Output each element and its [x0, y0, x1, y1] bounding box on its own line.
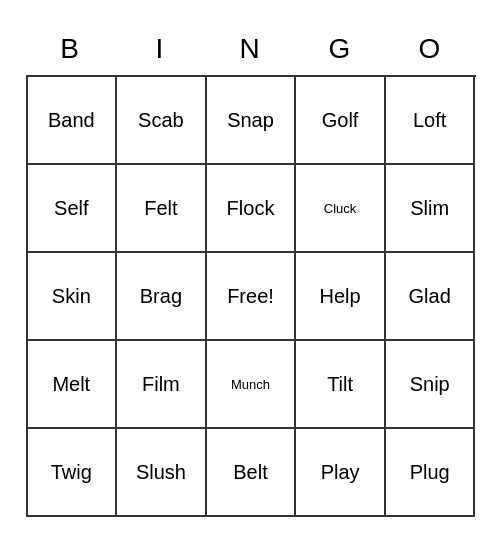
bingo-header: BINGO [26, 27, 476, 71]
bingo-cell: Belt [207, 429, 297, 517]
bingo-cell: Film [117, 341, 207, 429]
bingo-cell: Band [28, 77, 118, 165]
bingo-cell: Slim [386, 165, 476, 253]
bingo-cell: Plug [386, 429, 476, 517]
cell-text: Glad [409, 285, 451, 308]
bingo-cell: Flock [207, 165, 297, 253]
cell-text: Melt [52, 373, 90, 396]
bingo-cell: Glad [386, 253, 476, 341]
cell-text: Cluck [324, 201, 357, 216]
cell-text: Snap [227, 109, 274, 132]
bingo-cell: Skin [28, 253, 118, 341]
cell-text: Play [321, 461, 360, 484]
bingo-cell: Twig [28, 429, 118, 517]
header-letter: I [116, 27, 206, 71]
cell-text: Slush [136, 461, 186, 484]
cell-text: Film [142, 373, 180, 396]
cell-text: Self [54, 197, 88, 220]
cell-text: Snip [410, 373, 450, 396]
cell-text: Plug [410, 461, 450, 484]
cell-text: Loft [413, 109, 446, 132]
cell-text: Skin [52, 285, 91, 308]
bingo-cell: Cluck [296, 165, 386, 253]
bingo-card: BINGO BandScabSnapGolfLoftSelfFeltFlockC… [16, 17, 486, 527]
bingo-cell: Self [28, 165, 118, 253]
cell-text: Munch [231, 377, 270, 392]
bingo-cell: Slush [117, 429, 207, 517]
bingo-cell: Snip [386, 341, 476, 429]
cell-text: Tilt [327, 373, 353, 396]
bingo-cell: Golf [296, 77, 386, 165]
cell-text: Belt [233, 461, 267, 484]
bingo-cell: Melt [28, 341, 118, 429]
header-letter: G [296, 27, 386, 71]
bingo-cell: Help [296, 253, 386, 341]
cell-text: Band [48, 109, 95, 132]
bingo-cell: Scab [117, 77, 207, 165]
cell-text: Slim [410, 197, 449, 220]
bingo-grid: BandScabSnapGolfLoftSelfFeltFlockCluckSl… [26, 75, 476, 517]
header-letter: B [26, 27, 116, 71]
bingo-cell: Play [296, 429, 386, 517]
bingo-cell: Munch [207, 341, 297, 429]
cell-text: Brag [140, 285, 182, 308]
cell-text: Flock [227, 197, 275, 220]
cell-text: Twig [51, 461, 92, 484]
cell-text: Help [320, 285, 361, 308]
bingo-cell: Snap [207, 77, 297, 165]
header-letter: O [386, 27, 476, 71]
cell-text: Felt [144, 197, 177, 220]
bingo-cell: Free! [207, 253, 297, 341]
header-letter: N [206, 27, 296, 71]
cell-text: Golf [322, 109, 359, 132]
bingo-cell: Brag [117, 253, 207, 341]
bingo-cell: Loft [386, 77, 476, 165]
cell-text: Free! [227, 285, 274, 308]
bingo-cell: Tilt [296, 341, 386, 429]
cell-text: Scab [138, 109, 184, 132]
bingo-cell: Felt [117, 165, 207, 253]
